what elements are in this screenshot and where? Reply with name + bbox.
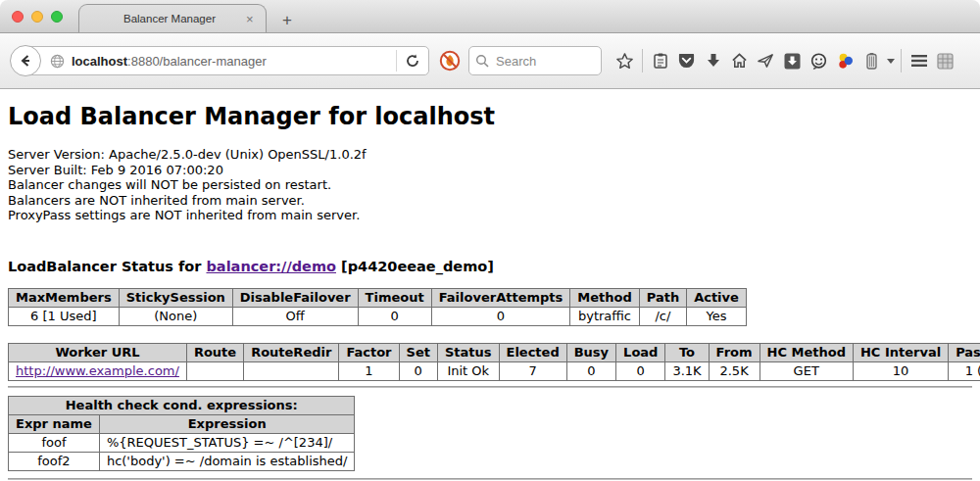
column-header: StickySession [119,288,232,307]
column-header: RouteRedir [244,343,339,361]
navigation-toolbar: localhost:8880/balancer-manager [0,33,980,89]
new-tab-button[interactable]: + [274,11,300,30]
table-row: 6 [1 Used] (None) Off 0 0 bytraffic /c/ … [9,307,747,325]
cell-path: /c/ [639,307,686,325]
cell-worker-url: http://www.example.com/ [9,361,187,380]
bookmark-star-button[interactable] [612,46,638,75]
search-box[interactable] [468,46,602,75]
column-header: Expression [99,414,355,433]
cell-stickysession: (None) [119,307,232,325]
cell-busy: 0 [566,361,615,380]
column-header: DisableFailover [232,288,358,307]
cell-expression: hc('body') =~ /domain is established/ [99,452,355,470]
page-content: Load Balancer Manager for localhost Serv… [0,103,980,480]
cell-to: 3.1K [665,361,709,380]
cell-from: 2.5K [709,361,760,380]
url-bar[interactable]: localhost:8880/balancer-manager [25,46,429,75]
table-title-row: Health check cond. expressions: [9,396,355,414]
column-header: Path [639,288,686,307]
table-header-row: Expr name Expression [9,414,355,433]
zoom-window-button[interactable] [51,11,63,23]
cell-status: Init Ok [437,361,499,380]
cell-route [186,361,243,380]
home-icon [730,52,749,70]
paper-plane-icon [757,52,775,70]
cell-expr-name: foof2 [9,452,100,470]
column-header: Passes [949,343,980,361]
section-divider [8,386,972,388]
column-header: Status [437,343,499,361]
star-icon [615,52,634,71]
server-version-line: Server Version: Apache/2.5.0-dev (Unix) … [8,147,972,163]
url-path: :8880/balancer-manager [127,54,267,69]
close-window-button[interactable] [12,11,24,23]
back-arrow-icon [18,53,33,69]
loadbalancer-status-heading: LoadBalancer Status for balancer://demo … [8,259,972,274]
traffic-lights [12,11,63,23]
sidebar-grid-button[interactable] [932,46,958,75]
column-header: FailoverAttempts [431,288,570,307]
grid-icon [936,52,955,71]
reading-list-button[interactable] [647,46,673,75]
smiley-icon [809,52,828,71]
health-check-table: Health check cond. expressions: Expr nam… [8,396,355,471]
titlebar: Balancer Manager × + [0,0,980,33]
table-header-row: Worker URL Route RouteRedir Factor Set S… [9,343,980,361]
tab-balancer-manager[interactable]: Balancer Manager × [78,4,267,32]
home-button[interactable] [726,46,753,75]
chat-smiley-button[interactable] [806,46,832,75]
column-header: Elected [499,343,566,361]
url-text[interactable]: localhost:8880/balancer-manager [72,54,267,69]
worker-url-link[interactable]: http://www.example.com/ [16,363,179,378]
column-header: From [709,343,760,361]
menu-button[interactable] [906,46,932,75]
downloads-button[interactable] [700,46,726,75]
cell-set: 0 [399,361,437,380]
toolbar-icons [612,46,958,75]
tab-close-icon[interactable]: × [246,12,266,26]
column-header: Set [399,343,437,361]
table-row: http://www.example.com/ 1 0 Init Ok 7 0 … [9,361,980,380]
plugin-blocked-button[interactable] [439,50,461,72]
page-title: Load Balancer Manager for localhost [8,103,972,130]
page-bottom-divider [8,478,972,480]
column-header: HC Method [760,343,853,361]
cell-factor: 1 [339,361,399,380]
table-row: foof %{REQUEST_STATUS} =~ /^[234]/ [9,433,355,452]
cell-active: Yes [687,307,747,325]
back-button[interactable] [10,45,41,76]
minimize-window-button[interactable] [31,11,43,23]
browser-window: Balancer Manager × + localhost:8880/bala… [0,0,980,481]
cell-expression: %{REQUEST_STATUS} =~ /^[234]/ [99,433,355,452]
persist-notice-line: Balancer changes will NOT be persisted o… [8,177,972,193]
clipboard-icon [652,52,669,70]
balancer-demo-link[interactable]: balancer://demo [206,259,336,274]
worker-status-table: Worker URL Route RouteRedir Factor Set S… [8,343,980,381]
column-header: Route [186,343,243,361]
column-header: Busy [566,343,615,361]
column-header: Worker URL [9,343,187,361]
container-button[interactable] [858,46,885,75]
send-tab-button[interactable] [753,46,779,75]
reload-icon [405,53,420,69]
pocket-button[interactable] [673,46,700,75]
cell-passes: 1 (0) [949,361,980,380]
balancer-status-table: MaxMembers StickySession DisableFailover… [8,288,747,326]
dropdown-caret-icon[interactable] [887,59,895,64]
hamburger-menu-icon [910,54,928,68]
cell-failoverattempts: 0 [431,307,570,325]
server-built-line: Server Built: Feb 9 2016 07:00:20 [8,163,972,178]
table-row: foof2 hc('body') =~ /domain is establish… [9,452,355,470]
download-manager-button[interactable] [779,46,806,75]
reload-button[interactable] [397,53,428,69]
cell-method: bytraffic [570,307,639,325]
search-icon [475,54,489,68]
color-dots-button[interactable] [832,46,858,75]
cell-disablefailover: Off [232,307,358,325]
search-input[interactable] [494,53,592,70]
column-header: Load [616,343,665,361]
column-header: Active [687,288,747,307]
balancers-notice-line: Balancers are NOT inherited from main se… [8,193,972,209]
globe-icon [50,54,65,69]
cell-routeredir [244,361,339,380]
